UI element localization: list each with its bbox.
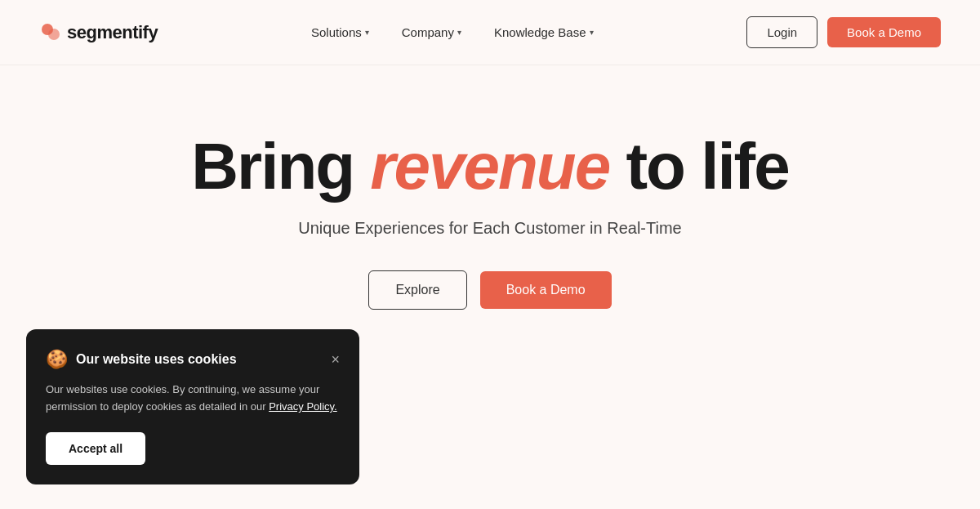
logo[interactable]: segmentify [39, 21, 158, 44]
brand-name: segmentify [67, 22, 158, 43]
nav-links: Solutions ▾ Company ▾ Knowledge Base ▾ [311, 25, 594, 39]
cookie-header: 🍪 Our website uses cookies × [46, 349, 340, 370]
svg-point-1 [48, 29, 60, 40]
nav-solutions-label: Solutions [311, 25, 362, 39]
hero-buttons: Explore Book a Demo [368, 270, 611, 310]
nav-knowledge-label: Knowledge Base [494, 25, 586, 39]
nav-item-knowledge-base[interactable]: Knowledge Base ▾ [494, 25, 594, 39]
chevron-down-icon: ▾ [457, 28, 461, 37]
nav-company-label: Company [402, 25, 454, 39]
nav-item-solutions[interactable]: Solutions ▾ [311, 25, 369, 39]
hero-title: Bring revenue to life [191, 131, 788, 203]
book-demo-nav-button[interactable]: Book a Demo [827, 17, 941, 47]
hero-title-before: Bring [191, 130, 370, 203]
login-button[interactable]: Login [746, 16, 817, 48]
navbar: segmentify Solutions ▾ Company ▾ Knowled… [0, 0, 980, 65]
accept-all-button[interactable]: Accept all [46, 432, 145, 465]
cookie-body: Our websites use cookies. By continuing,… [46, 382, 340, 416]
nav-actions: Login Book a Demo [746, 16, 941, 48]
logo-icon [39, 21, 62, 44]
hero-subtitle: Unique Experiences for Each Customer in … [298, 219, 681, 238]
chevron-down-icon: ▾ [365, 28, 369, 37]
cookie-close-button[interactable]: × [331, 352, 340, 367]
privacy-policy-link[interactable]: Privacy Policy. [269, 400, 337, 413]
cookie-icon: 🍪 [46, 349, 68, 370]
cookie-title: Our website uses cookies [76, 352, 237, 367]
hero-section: Bring revenue to life Unique Experiences… [0, 65, 980, 310]
cookie-banner: 🍪 Our website uses cookies × Our website… [26, 329, 359, 484]
hero-title-highlight: revenue [370, 130, 609, 203]
nav-item-company[interactable]: Company ▾ [402, 25, 461, 39]
hero-title-after: to life [609, 130, 789, 203]
cookie-title-row: 🍪 Our website uses cookies [46, 349, 237, 370]
chevron-down-icon: ▾ [590, 28, 594, 37]
book-demo-hero-button[interactable]: Book a Demo [480, 271, 612, 309]
explore-button[interactable]: Explore [368, 270, 466, 310]
